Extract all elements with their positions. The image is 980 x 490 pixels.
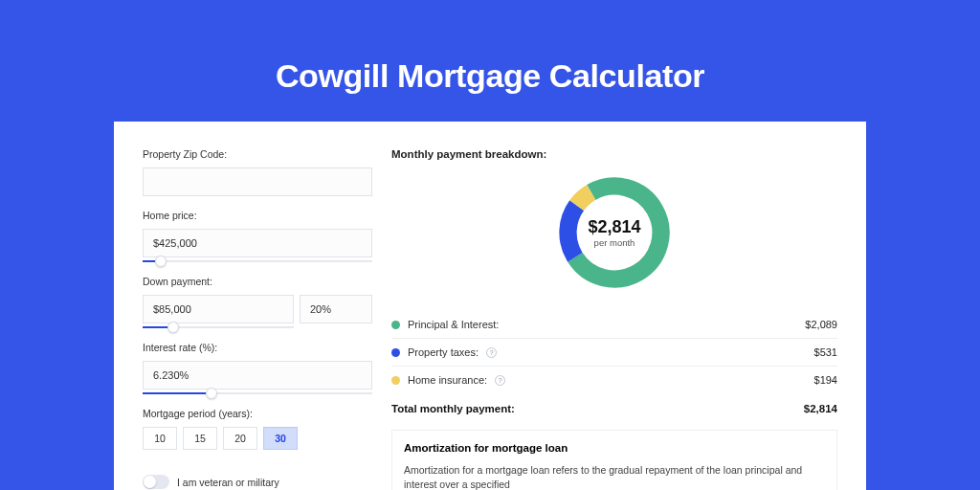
period-options: 10152030	[143, 427, 372, 450]
total-label: Total monthly payment:	[391, 403, 515, 414]
legend-value: $2,089	[805, 319, 837, 330]
rate-input[interactable]	[143, 361, 372, 390]
toggle-knob	[144, 476, 156, 488]
veteran-toggle[interactable]	[143, 475, 169, 489]
donut-sub: per month	[594, 237, 635, 248]
period-label: Mortgage period (years):	[143, 408, 372, 419]
legend-dot	[391, 321, 400, 329]
downpayment-slider[interactable]	[143, 326, 294, 328]
donut-center: $2,814 per month	[553, 171, 676, 294]
period-option-30[interactable]: 30	[263, 427, 298, 450]
downpayment-dollar-input[interactable]	[143, 295, 294, 323]
legend-label: Home insurance:	[408, 374, 487, 386]
zip-field: Property Zip Code:	[143, 148, 372, 196]
total-value: $2,814	[804, 403, 837, 414]
input-panel: Property Zip Code: Home price: Down paym…	[143, 148, 372, 490]
legend-dot	[391, 376, 400, 385]
legend: Principal & Interest:$2,089Property taxe…	[391, 311, 837, 393]
legend-value: $531	[814, 346, 837, 358]
legend-value: $194	[814, 374, 837, 386]
amortization-section: Amortization for mortgage loan Amortizat…	[391, 430, 837, 490]
amortization-title: Amortization for mortgage loan	[404, 442, 825, 454]
result-panel: Monthly payment breakdown: $2,814 per mo…	[391, 148, 837, 490]
donut-amount: $2,814	[588, 217, 640, 237]
total-row: Total monthly payment: $2,814	[391, 393, 837, 430]
legend-row: Property taxes:?$531	[391, 339, 837, 367]
amortization-body: Amortization for a mortgage loan refers …	[404, 463, 825, 490]
zip-input[interactable]	[143, 167, 372, 196]
donut-chart: $2,814 per month	[553, 171, 676, 294]
legend-dot	[391, 348, 400, 357]
legend-row: Home insurance:?$194	[391, 367, 837, 393]
price-label: Home price:	[143, 210, 372, 221]
donut-wrap: $2,814 per month	[391, 171, 837, 294]
calculator-card: Property Zip Code: Home price: Down paym…	[114, 122, 866, 490]
downpayment-percent-input[interactable]	[300, 295, 372, 323]
veteran-label: I am veteran or military	[177, 477, 279, 488]
period-option-10[interactable]: 10	[143, 427, 177, 450]
page-title: Cowgill Mortgage Calculator	[276, 57, 704, 95]
rate-slider[interactable]	[143, 392, 372, 394]
period-field: Mortgage period (years): 10152030	[143, 408, 372, 450]
zip-label: Property Zip Code:	[143, 148, 372, 160]
downpayment-field: Down payment:	[143, 276, 372, 328]
breakdown-title: Monthly payment breakdown:	[391, 148, 837, 160]
rate-label: Interest rate (%):	[143, 342, 372, 353]
price-slider[interactable]	[143, 260, 372, 262]
legend-label: Principal & Interest:	[408, 319, 499, 330]
period-option-20[interactable]: 20	[223, 427, 257, 450]
info-icon[interactable]: ?	[486, 347, 497, 358]
price-field: Home price:	[143, 210, 372, 262]
price-input[interactable]	[143, 229, 372, 257]
info-icon[interactable]: ?	[495, 375, 505, 386]
downpayment-label: Down payment:	[143, 276, 372, 287]
rate-field: Interest rate (%):	[143, 342, 372, 394]
legend-label: Property taxes:	[408, 346, 479, 358]
period-option-15[interactable]: 15	[183, 427, 217, 450]
legend-row: Principal & Interest:$2,089	[391, 311, 837, 339]
veteran-row: I am veteran or military	[143, 475, 372, 489]
